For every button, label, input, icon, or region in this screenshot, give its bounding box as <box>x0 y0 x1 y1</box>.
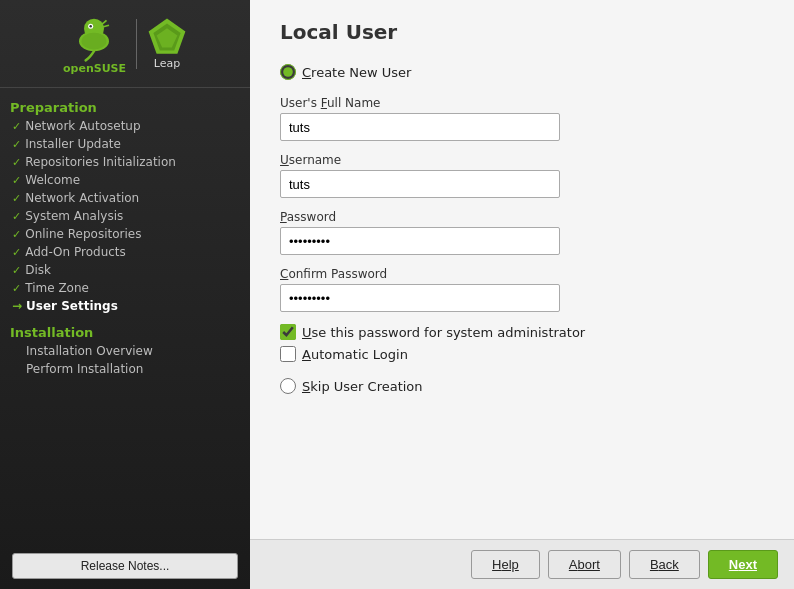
checkbox-section: Use this password for system administrat… <box>280 324 764 362</box>
installation-label: Installation <box>0 321 250 342</box>
use-password-checkbox[interactable] <box>280 324 296 340</box>
password-input[interactable] <box>280 227 560 255</box>
sidebar: openSUSE Leap Preparation ✓ Network Auto… <box>0 0 250 589</box>
create-user-radio-option[interactable]: Create New User <box>280 64 411 80</box>
content-area: Local User Create New User User's Full N… <box>250 0 794 589</box>
preparation-label: Preparation <box>0 96 250 117</box>
svg-point-4 <box>82 33 107 50</box>
opensuse-text: openSUSE <box>63 62 126 75</box>
footer-bar: Help Abort Back Next <box>250 539 794 589</box>
chameleon-icon <box>69 12 119 62</box>
sidebar-item-disk[interactable]: ✓ Disk <box>0 261 250 279</box>
next-button[interactable]: Next <box>708 550 778 579</box>
create-user-label: Create New User <box>302 65 411 80</box>
check-icon: ✓ <box>12 138 21 151</box>
sidebar-item-add-on-products[interactable]: ✓ Add-On Products <box>0 243 250 261</box>
use-password-row: Use this password for system administrat… <box>280 324 764 340</box>
create-user-radio[interactable] <box>280 64 296 80</box>
sidebar-item-installation-overview[interactable]: Installation Overview <box>0 342 250 360</box>
svg-point-3 <box>90 25 93 28</box>
password-group: Password <box>280 210 764 255</box>
skip-user-radio-option[interactable]: Skip User Creation <box>280 378 764 394</box>
check-icon: ✓ <box>12 174 21 187</box>
page-title: Local User <box>280 20 764 44</box>
sidebar-item-perform-installation[interactable]: Perform Installation <box>0 360 250 378</box>
full-name-label: User's Full Name <box>280 96 764 110</box>
password-label: Password <box>280 210 764 224</box>
abort-button[interactable]: Abort <box>548 550 621 579</box>
logo-divider <box>136 19 137 69</box>
sidebar-item-user-settings[interactable]: → User Settings <box>0 297 250 315</box>
sidebar-item-system-analysis[interactable]: ✓ System Analysis <box>0 207 250 225</box>
check-icon: ✓ <box>12 264 21 277</box>
help-button[interactable]: Help <box>471 550 540 579</box>
automatic-login-label: Automatic Login <box>302 347 408 362</box>
confirm-password-group: Confirm Password <box>280 267 764 312</box>
check-icon: ✓ <box>12 246 21 259</box>
back-button[interactable]: Back <box>629 550 700 579</box>
opensuse-logo: openSUSE <box>63 12 126 75</box>
logo-area: openSUSE Leap <box>0 0 250 88</box>
arrow-icon: → <box>12 299 22 313</box>
username-group: Username tuts <box>280 153 764 198</box>
full-name-group: User's Full Name tuts <box>280 96 764 141</box>
sidebar-item-network-activation[interactable]: ✓ Network Activation <box>0 189 250 207</box>
check-icon: ✓ <box>12 192 21 205</box>
check-icon: ✓ <box>12 282 21 295</box>
sidebar-item-installer-update[interactable]: ✓ Installer Update <box>0 135 250 153</box>
sidebar-item-time-zone[interactable]: ✓ Time Zone <box>0 279 250 297</box>
confirm-password-label: Confirm Password <box>280 267 764 281</box>
check-icon: ✓ <box>12 228 21 241</box>
local-user-form: Create New User User's Full Name tuts Us… <box>280 64 764 394</box>
skip-section: Skip User Creation <box>280 378 764 394</box>
sidebar-item-welcome[interactable]: ✓ Welcome <box>0 171 250 189</box>
skip-user-radio[interactable] <box>280 378 296 394</box>
sidebar-item-network-autosetup[interactable]: ✓ Network Autosetup <box>0 117 250 135</box>
release-notes-area: Release Notes... <box>0 543 250 589</box>
automatic-login-row: Automatic Login <box>280 346 764 362</box>
skip-user-label: Skip User Creation <box>302 379 423 394</box>
create-user-section: Create New User <box>280 64 764 80</box>
leap-diamond-icon <box>147 17 187 57</box>
check-icon: ✓ <box>12 210 21 223</box>
release-notes-button[interactable]: Release Notes... <box>12 553 238 579</box>
username-label: Username <box>280 153 764 167</box>
username-input[interactable]: tuts <box>280 170 560 198</box>
automatic-login-checkbox[interactable] <box>280 346 296 362</box>
full-name-input[interactable]: tuts <box>280 113 560 141</box>
sidebar-nav: Preparation ✓ Network Autosetup ✓ Instal… <box>0 88 250 543</box>
sidebar-item-repositories-initialization[interactable]: ✓ Repositories Initialization <box>0 153 250 171</box>
use-password-label: Use this password for system administrat… <box>302 325 585 340</box>
check-icon: ✓ <box>12 156 21 169</box>
check-icon: ✓ <box>12 120 21 133</box>
leap-text: Leap <box>154 57 180 70</box>
sidebar-item-online-repositories[interactable]: ✓ Online Repositories <box>0 225 250 243</box>
confirm-password-input[interactable] <box>280 284 560 312</box>
leap-logo: Leap <box>147 17 187 70</box>
content-main: Local User Create New User User's Full N… <box>250 0 794 539</box>
footer-right: Help Abort Back Next <box>471 550 778 579</box>
